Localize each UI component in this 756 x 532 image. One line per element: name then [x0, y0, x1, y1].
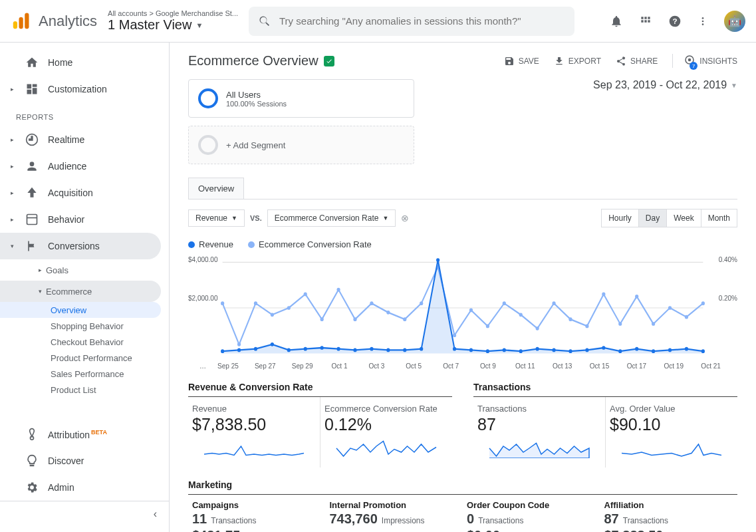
svg-point-59 — [436, 258, 440, 262]
sidebar-attribution[interactable]: AttributionBETA — [0, 421, 169, 448]
marketing-campaigns[interactable]: Campaigns 11Transactions $431.75Revenue — [188, 495, 326, 532]
sidebar: Home Customization REPORTS Realtime Audi… — [0, 43, 170, 532]
sidebar-admin[interactable]: Admin — [0, 474, 169, 501]
collapse-sidebar-button[interactable]: ‹ — [0, 501, 169, 527]
chevron-left-icon: ‹ — [154, 508, 157, 519]
sidebar-ecom-overview[interactable]: Overview — [0, 302, 161, 318]
main-chart: $4,000.00 $2,000.00 0.40% 0.20% — [188, 255, 737, 361]
svg-point-39 — [618, 322, 622, 326]
insights-button[interactable]: 7INSIGHTS — [672, 54, 737, 68]
svg-point-32 — [503, 301, 506, 305]
sidebar-customization[interactable]: Customization — [0, 76, 169, 102]
svg-text:?: ? — [672, 17, 677, 25]
sidebar-conversions[interactable]: Conversions — [0, 233, 161, 259]
help-icon[interactable]: ? — [668, 15, 682, 28]
time-granularity-toggle: Hourly Day Week Month — [601, 209, 737, 227]
search-box[interactable] — [249, 7, 574, 36]
app-name: Analytics — [39, 13, 97, 30]
sidebar-ecom-product[interactable]: Product Performance — [0, 350, 161, 366]
save-button[interactable]: SAVE — [504, 56, 539, 66]
marketing-affiliation[interactable]: Affiliation 87Transactions $7,838.50Reve… — [600, 495, 738, 532]
time-month[interactable]: Month — [701, 209, 737, 227]
export-icon — [554, 56, 565, 66]
account-selector[interactable]: All accounts > Google Merchandise St... … — [108, 9, 238, 33]
svg-point-25 — [386, 311, 390, 315]
chart-legend: Revenue Ecommerce Conversion Rate — [188, 237, 737, 255]
svg-point-60 — [453, 347, 456, 351]
sidebar-audience[interactable]: Audience — [0, 153, 169, 180]
add-segment-button[interactable]: + Add Segment — [188, 126, 414, 164]
sidebar-home[interactable]: Home — [0, 49, 169, 76]
svg-point-58 — [420, 347, 423, 351]
svg-point-6 — [702, 20, 704, 22]
sparkline-revenue — [192, 438, 316, 458]
segment-all-users[interactable]: All Users100.00% Sessions — [188, 79, 414, 118]
share-button[interactable]: SHARE — [616, 56, 658, 66]
notifications-icon[interactable] — [610, 15, 623, 28]
svg-point-38 — [602, 293, 605, 297]
sidebar-ecom-sales[interactable]: Sales Performance — [0, 366, 161, 382]
segment-circle-empty-icon — [198, 135, 218, 155]
svg-point-18 — [271, 313, 274, 317]
metric-aov[interactable]: Avg. Order Value$90.10 — [606, 397, 737, 467]
metric-1-dropdown[interactable]: Revenue▼ — [188, 209, 245, 227]
svg-point-34 — [536, 327, 539, 331]
metric-2-dropdown[interactable]: Ecommerce Conversion Rate▼ — [267, 209, 396, 227]
remove-metric-icon[interactable]: ⊗ — [401, 213, 409, 223]
sidebar-goals[interactable]: Goals — [0, 259, 169, 281]
svg-rect-0 — [13, 21, 17, 29]
sparkline-ecr — [324, 438, 448, 458]
svg-point-75 — [701, 349, 705, 353]
tab-overview[interactable]: Overview — [188, 178, 244, 199]
svg-point-54 — [353, 348, 356, 352]
svg-point-7 — [702, 23, 704, 25]
marketing-promo[interactable]: Internal Promotion 743,760Impressions — [326, 495, 463, 532]
sidebar-ecom-checkout[interactable]: Checkout Behavior — [0, 334, 161, 350]
search-input[interactable] — [279, 15, 565, 27]
vs-label: VS. — [250, 214, 262, 222]
svg-point-74 — [685, 347, 688, 351]
metric-revenue[interactable]: Revenue$7,838.50 — [188, 397, 320, 467]
time-week[interactable]: Week — [667, 209, 701, 227]
svg-rect-8 — [27, 215, 37, 225]
verified-icon — [324, 56, 334, 66]
svg-point-70 — [618, 349, 622, 353]
apps-icon[interactable] — [639, 15, 652, 28]
time-day[interactable]: Day — [639, 209, 667, 227]
sidebar-acquisition[interactable]: Acquisition — [0, 180, 169, 206]
marketing-coupon[interactable]: Order Coupon Code 0Transactions $0.00Rev… — [463, 495, 600, 532]
metric-controls: Revenue▼ VS. Ecommerce Conversion Rate▼ … — [188, 200, 737, 237]
svg-point-55 — [370, 347, 373, 351]
svg-point-40 — [635, 295, 638, 299]
sidebar-ecom-shopping[interactable]: Shopping Behavior — [0, 318, 161, 334]
sidebar-ecommerce[interactable]: Ecommerce — [0, 281, 161, 302]
metric-transactions[interactable]: Transactions87 — [473, 397, 606, 467]
section-rev-conv: Revenue & Conversion Rate — [188, 370, 452, 397]
svg-point-16 — [237, 342, 241, 346]
date-range-selector[interactable]: Sep 23, 2019 - Oct 22, 2019▼ — [593, 79, 737, 91]
main-content: Ecommerce Overview SAVE EXPORT SHARE 7IN… — [170, 43, 756, 532]
svg-point-48 — [254, 347, 257, 351]
sidebar-discover[interactable]: Discover — [0, 448, 169, 474]
svg-point-26 — [403, 317, 406, 321]
export-button[interactable]: EXPORT — [554, 56, 601, 66]
sidebar-ecom-productlist[interactable]: Product List — [0, 382, 161, 398]
svg-point-71 — [635, 347, 638, 351]
svg-point-51 — [304, 347, 307, 351]
time-hourly[interactable]: Hourly — [602, 209, 639, 227]
legend-revenue: Revenue — [188, 239, 233, 249]
svg-point-57 — [403, 348, 406, 352]
metric-ecr[interactable]: Ecommerce Conversion Rate0.12% — [320, 397, 452, 467]
user-avatar[interactable]: 🤖 — [724, 11, 745, 32]
svg-point-62 — [486, 349, 489, 353]
acquisition-icon — [25, 186, 39, 200]
svg-point-33 — [519, 313, 523, 317]
svg-point-61 — [469, 348, 473, 352]
svg-point-50 — [287, 348, 291, 352]
caret-down-icon: ▼ — [382, 215, 388, 221]
sidebar-realtime[interactable]: Realtime — [0, 126, 169, 153]
more-icon[interactable] — [697, 15, 708, 28]
svg-point-52 — [320, 346, 324, 350]
sidebar-behavior[interactable]: Behavior — [0, 206, 169, 233]
person-icon — [25, 160, 39, 173]
